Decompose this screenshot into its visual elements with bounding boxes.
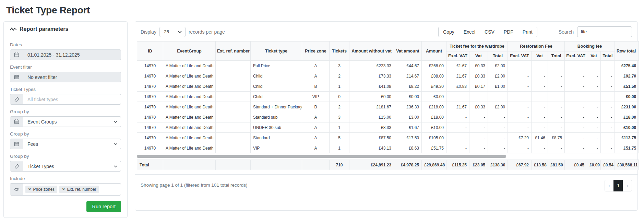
cell: - <box>601 81 615 92</box>
group-by-select-ticket-types[interactable]: Ticket Types <box>10 161 121 172</box>
ticket-types-input[interactable]: All ticket types <box>10 94 121 105</box>
cell: A Matter of Life and Death <box>163 71 216 81</box>
cell: 3 <box>330 112 349 122</box>
copy-button[interactable]: Copy <box>438 27 459 37</box>
cell: - <box>488 122 508 133</box>
cell: - <box>469 112 488 122</box>
col-header-amount-without-vat: Amount without vat <box>349 42 394 61</box>
cell: £2.00 <box>488 71 508 81</box>
sub-header-excl-vat: Excl. VAT <box>565 51 587 61</box>
total-cell: £138.30 <box>488 160 508 170</box>
sub-header-vat: Vat <box>532 51 548 61</box>
cell: £44.67 <box>394 61 422 71</box>
remove-tag-icon[interactable]: ✕ <box>62 188 65 191</box>
cell: £8.22 <box>394 81 422 92</box>
table-footer: Showing page 1 of 1 (filtered from 101 t… <box>135 174 637 210</box>
cell: - <box>548 102 565 112</box>
cell: - <box>565 122 587 133</box>
cell: £275.40 <box>615 61 639 71</box>
cell: Standard sub <box>251 112 302 122</box>
csv-button[interactable]: CSV <box>480 27 499 37</box>
cell: £87.50 <box>349 133 394 143</box>
cell: £73.33 <box>349 71 394 81</box>
calendar-grid-icon <box>10 72 23 82</box>
cell: - <box>469 122 488 133</box>
page-1-button[interactable]: 1 <box>613 180 623 191</box>
run-report-button[interactable]: Run report <box>86 201 121 212</box>
cell: £0.83 <box>446 81 469 92</box>
cell: £41.08 <box>349 81 394 92</box>
ticket-icon <box>10 161 23 171</box>
cell: - <box>508 92 532 102</box>
page-size-select[interactable]: 25 <box>159 27 186 37</box>
total-cell: £29,869.48 <box>422 160 446 170</box>
group-by-label: Group by <box>10 109 121 114</box>
cell: B <box>302 102 330 112</box>
cell: - <box>532 143 548 153</box>
cell: A Matter of Life and Death <box>163 122 216 133</box>
cell: - <box>488 143 508 153</box>
cell: - <box>488 112 508 122</box>
col-header-vat-amount: Vat amount <box>394 42 422 61</box>
ticket-types-label: Ticket Types <box>10 87 121 92</box>
pdf-button[interactable]: PDF <box>499 27 518 37</box>
report-results-panel: Display 25 records per page Copy Excel C… <box>135 21 638 211</box>
dates-input[interactable]: 01.01.2025 - 31.12.2025 <box>10 49 121 60</box>
cell: - <box>587 122 601 133</box>
cell: £7.29 <box>508 133 532 143</box>
prev-page-button[interactable]: ‹ <box>605 180 614 191</box>
table-row: 14970A Matter of Life and DeathChildB1£4… <box>137 81 639 92</box>
cell: - <box>587 112 601 122</box>
cell: 14970 <box>137 122 163 133</box>
next-page-button[interactable]: › <box>623 180 632 191</box>
cell: 14970 <box>137 81 163 92</box>
tag-label: Price zones <box>33 187 55 192</box>
sub-header-total: Total <box>548 51 565 61</box>
horizontal-scrollbar[interactable] <box>137 155 636 158</box>
event-filter-label: Event filter <box>10 64 121 70</box>
group-by-select-fees[interactable]: Fees <box>10 139 121 149</box>
cell: A <box>302 112 330 122</box>
excel-button[interactable]: Excel <box>459 27 480 37</box>
cell: 14970 <box>137 133 163 143</box>
ticket-types-placeholder: All ticket types <box>23 94 121 104</box>
page: Ticket Type Report Report parameters Dat… <box>0 0 644 218</box>
table-row: 14970A Matter of Life and DeathFull Pric… <box>137 61 639 71</box>
cell: £223.33 <box>349 61 394 71</box>
event-filter-input[interactable]: No event filter <box>10 72 121 82</box>
cell: - <box>587 81 601 92</box>
col-header-amount: Amount <box>422 42 446 61</box>
search-input[interactable] <box>577 26 632 37</box>
total-cell <box>163 160 216 170</box>
sub-header-vat: Vat <box>587 51 601 61</box>
cell: - <box>508 71 532 81</box>
include-input[interactable]: ✕Price zones ✕Ext. ref. number <box>10 183 121 196</box>
cell: £231.00 <box>615 102 639 112</box>
cell: - <box>469 143 488 153</box>
cell: - <box>532 61 548 71</box>
cell: - <box>565 71 587 81</box>
cell: - <box>548 112 565 122</box>
print-button[interactable]: Print <box>518 27 537 37</box>
group-by-label: Group by <box>10 154 121 159</box>
table-row: 14970A Matter of Life and DeathChildA2£7… <box>137 71 639 81</box>
cell: - <box>446 92 469 102</box>
include-tag-price-zones[interactable]: ✕Price zones <box>25 186 57 193</box>
cell: £0.33 <box>469 61 488 71</box>
remove-tag-icon[interactable]: ✕ <box>28 188 31 191</box>
total-cell: 710 <box>330 160 349 170</box>
include-tag-ext-ref[interactable]: ✕Ext. ref. number <box>59 186 99 193</box>
cell: - <box>548 61 565 71</box>
total-cell: £23.05 <box>469 160 488 170</box>
total-cell <box>251 160 302 170</box>
cell: - <box>601 61 615 71</box>
table-row: 14970A Matter of Life and DeathStandard … <box>137 102 639 112</box>
cell: £218.00 <box>422 102 446 112</box>
group-by-select-event-groups[interactable]: Event Groups <box>10 116 121 127</box>
cell <box>216 133 251 143</box>
cell: UNDER 30 sub <box>251 122 302 133</box>
cell: £0.00 <box>615 92 639 102</box>
cell: - <box>508 112 532 122</box>
scrollbar-thumb[interactable] <box>137 155 506 158</box>
table-row: 14970A Matter of Life and DeathChildVIP0… <box>137 92 639 102</box>
